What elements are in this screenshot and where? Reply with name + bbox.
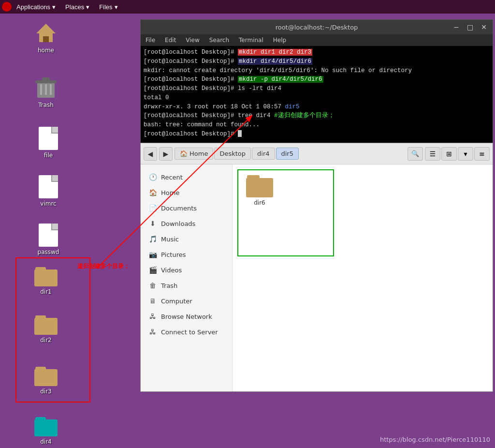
taskbar: Applications ▾ Places ▾ Files ▾	[0, 0, 495, 14]
svg-rect-5	[42, 77, 50, 81]
watermark: https://blog.csdn.net/Pierce110110	[380, 436, 490, 443]
sidebar-item-downloads[interactable]: ⬇ Downloads	[141, 216, 232, 231]
terminal-menu-file[interactable]: File	[141, 37, 160, 44]
places-label: Places	[65, 3, 84, 11]
fm-forward-button[interactable]: ▶	[159, 147, 173, 161]
svg-rect-1	[43, 36, 49, 42]
sidebar-item-connect-server[interactable]: 🖧 Connect to Server	[141, 324, 232, 340]
fm-grid-view-button[interactable]: ⊞	[441, 147, 457, 161]
fm-file-dir6[interactable]: dir6	[240, 172, 279, 209]
passwd-icon	[39, 224, 58, 247]
fm-sidebar: 🕐 Recent 🏠 Home 📄 Documents ⬇ Downloads …	[141, 164, 233, 391]
desktop-icon-passwd[interactable]: passwd	[29, 224, 68, 255]
terminal-line-5: [root@localhost Desktop]# ls -lrt dir4	[144, 84, 490, 93]
computer-icon: 🖥	[148, 297, 157, 305]
sidebar-downloads-label: Downloads	[161, 220, 195, 227]
sidebar-item-pictures[interactable]: 📷 Pictures	[141, 247, 232, 262]
svg-rect-8	[50, 84, 52, 95]
sidebar-item-trash[interactable]: 🗑 Trash	[141, 278, 232, 293]
files-label: Files	[99, 3, 112, 11]
desktop-icon-dir3[interactable]: dir3	[27, 367, 65, 395]
terminal-menu-view[interactable]: View	[181, 37, 204, 44]
fm-list-view-button[interactable]: ☰	[425, 147, 440, 161]
home-label: home	[38, 47, 54, 54]
dir4-label: dir4	[40, 438, 52, 445]
terminal-menubar: File Edit View Search Terminal Help	[141, 34, 493, 46]
sidebar-connect-server-label: Connect to Server	[161, 329, 218, 336]
dir1-label: dir1	[40, 288, 52, 295]
applications-menu[interactable]: Applications ▾	[12, 0, 60, 14]
music-icon: 🎵	[148, 235, 157, 243]
sidebar-item-recent[interactable]: 🕐 Recent	[141, 169, 232, 185]
sidebar-item-home[interactable]: 🏠 Home	[141, 185, 232, 200]
filemanager-window: ◀ ▶ 🏠 Home Desktop dir4 dir5 🔍 ☰ ⊞ ▾ ≡	[140, 143, 493, 392]
terminal-line-2: [root@localhost Desktop]# mkdir dir4/dir…	[144, 57, 490, 66]
fm-breadcrumb-dir5[interactable]: dir5	[276, 148, 299, 160]
svg-rect-7	[45, 84, 47, 95]
home-breadcrumb-icon: 🏠	[180, 150, 188, 157]
desktop-icon-home[interactable]: home	[27, 22, 65, 54]
desktop-icon-dir4[interactable]: dir4	[27, 417, 65, 445]
pictures-icon: 📷	[148, 250, 157, 259]
trash-label: Trash	[38, 102, 54, 108]
terminal-maximize[interactable]: □	[465, 23, 475, 31]
terminal-body[interactable]: [root@localhost Desktop]# mkdir dir1 dir…	[141, 46, 493, 149]
terminal-line-8: [root@localhost Desktop]# tree dir4 #递归创…	[144, 111, 490, 120]
svg-rect-6	[40, 84, 42, 95]
videos-icon: 🎬	[148, 266, 157, 274]
applications-label: Applications	[16, 3, 50, 11]
server-icon: 🖧	[148, 328, 157, 336]
passwd-label: passwd	[38, 249, 59, 255]
sidebar-computer-label: Computer	[161, 298, 192, 305]
terminal-menu-terminal[interactable]: Terminal	[234, 37, 268, 44]
files-menu[interactable]: Files ▾	[94, 0, 122, 14]
desktop-icon-dir2[interactable]: dir2	[27, 315, 65, 343]
dir5-breadcrumb-label: dir5	[281, 150, 293, 157]
places-menu[interactable]: Places ▾	[60, 0, 94, 14]
terminal-line-4: [root@localhost Desktop]# mkdir -p dir4/…	[144, 75, 490, 84]
terminal-menu-help[interactable]: Help	[268, 37, 291, 44]
dir2-label: dir2	[40, 337, 52, 343]
dir1-folder-icon	[34, 267, 58, 286]
terminal-line-6: total 0	[144, 93, 490, 103]
fm-breadcrumb-home[interactable]: 🏠 Home	[175, 148, 213, 160]
recent-icon: 🕐	[148, 173, 157, 181]
terminal-title: root@localhost:~/Desktop	[276, 24, 358, 31]
fm-breadcrumb-desktop[interactable]: Desktop	[214, 148, 251, 160]
dir3-folder-icon	[34, 367, 58, 386]
fm-back-button[interactable]: ◀	[144, 147, 157, 161]
fm-view-options-button[interactable]: ▾	[458, 147, 473, 161]
fm-view-buttons: ☰ ⊞ ▾ ≡	[425, 147, 490, 161]
terminal-menu-edit[interactable]: Edit	[160, 37, 181, 44]
terminal-titlebar: root@localhost:~/Desktop − □ ✕	[141, 20, 493, 34]
fm-breadcrumb-dir4[interactable]: dir4	[252, 148, 275, 160]
fm-search-button[interactable]: 🔍	[408, 147, 423, 161]
fm-more-options-button[interactable]: ≡	[474, 147, 490, 161]
os-logo	[2, 2, 12, 12]
sidebar-documents-label: Documents	[161, 205, 197, 212]
dir4-folder-icon	[34, 417, 58, 436]
sidebar-item-videos[interactable]: 🎬 Videos	[141, 262, 232, 278]
sidebar-item-documents[interactable]: 📄 Documents	[141, 200, 232, 216]
terminal-line-7: drwxr-xr-x. 3 root root 18 Oct 1 08:57 d…	[144, 103, 490, 112]
terminal-menu-search[interactable]: Search	[204, 37, 234, 44]
terminal-close[interactable]: ✕	[479, 23, 489, 31]
sidebar-item-browse-network[interactable]: 🖧 Browse Network	[141, 309, 232, 324]
desktop-icon-vimrc[interactable]: vimrc	[29, 175, 68, 207]
terminal-line-3: mkdir: cannot create directory 'dir4/dir…	[144, 66, 490, 75]
sidebar-item-computer[interactable]: 🖥 Computer	[141, 293, 232, 309]
terminal-line-9: bash: tree: command not found...	[144, 120, 490, 130]
sidebar-item-music[interactable]: 🎵 Music	[141, 231, 232, 247]
terminal-minimize[interactable]: −	[451, 23, 461, 31]
file-icon	[39, 127, 58, 150]
dir2-folder-icon	[34, 315, 58, 335]
sidebar-recent-label: Recent	[161, 174, 183, 181]
desktop-icon-trash[interactable]: Trash	[27, 76, 65, 108]
desktop-icon-file1[interactable]: file	[29, 127, 68, 159]
desktop-icon-dir1[interactable]: dir1	[27, 267, 65, 295]
sidebar-videos-label: Videos	[161, 267, 182, 274]
sidebar-home-label: Home	[161, 189, 179, 196]
annotation-text: 递归创建多个目录；	[77, 262, 130, 270]
desktop-breadcrumb-label: Desktop	[219, 150, 246, 157]
sidebar-trash-label: Trash	[161, 282, 177, 289]
